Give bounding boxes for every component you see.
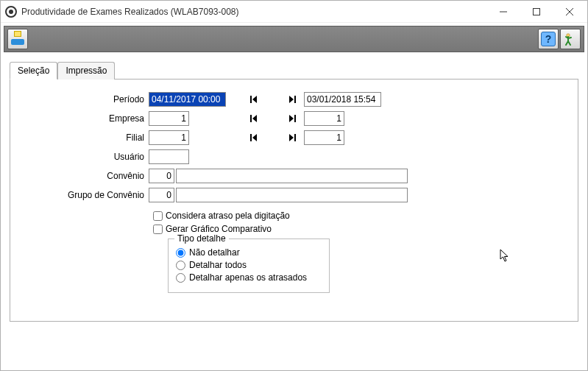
radio-detalhar-todos[interactable]	[176, 261, 185, 270]
filial-from-first-button[interactable]	[248, 132, 260, 144]
label-periodo: Período	[24, 94, 149, 105]
gerar-grafico-label: Gerar Gráfico Comparativo	[166, 224, 272, 234]
maximize-button[interactable]	[520, 1, 553, 22]
radio-detalhar-todos-label: Detalhar todos	[189, 260, 247, 270]
gerar-grafico-checkbox[interactable]	[153, 225, 163, 234]
considera-atraso-label: Considera atraso pela digitação	[166, 211, 290, 221]
tab-impressao[interactable]: Impressão	[57, 62, 115, 80]
filial-to-input[interactable]	[304, 130, 344, 145]
help-button[interactable]: ?	[538, 29, 559, 49]
tab-container: Seleção Impressão Período E	[1, 55, 587, 370]
periodo-to-input[interactable]	[304, 92, 381, 107]
exit-button[interactable]	[560, 29, 581, 49]
convenio-code-input[interactable]	[149, 169, 174, 183]
empresa-from-first-button[interactable]	[248, 113, 260, 124]
label-empresa: Empresa	[24, 113, 149, 124]
empresa-to-input[interactable]	[304, 111, 344, 126]
tab-selecao[interactable]: Seleção	[10, 62, 57, 80]
radio-nao-detalhar-label: Não detalhar	[189, 247, 240, 258]
tipo-detalhe-title: Tipo detalhe	[174, 233, 229, 244]
label-convenio: Convênio	[24, 171, 149, 181]
tipo-detalhe-group: Tipo detalhe Não detalhar Detalhar todos…	[168, 239, 330, 293]
printer-icon	[10, 33, 25, 45]
checkbox-row-grafico: Gerar Gráfico Comparativo	[153, 224, 564, 234]
filial-to-last-button[interactable]	[286, 132, 298, 144]
window-controls	[486, 1, 586, 22]
grupo-convenio-desc-input[interactable]	[176, 188, 408, 202]
considera-atraso-checkbox[interactable]	[153, 211, 163, 221]
grupo-convenio-code-input[interactable]	[149, 188, 174, 202]
app-window: Produtividade de Exames Realizados (WLAB…	[0, 0, 588, 371]
radio-detalhar-atrasados-label: Detalhar apenas os atrasados	[189, 272, 307, 283]
empresa-from-input[interactable]	[149, 111, 189, 126]
label-grupo-convenio: Grupo de Convênio	[24, 190, 149, 200]
close-button[interactable]	[553, 1, 586, 22]
radio-nao-detalhar[interactable]	[176, 248, 185, 258]
tab-strip: Seleção Impressão	[10, 61, 578, 79]
svg-rect-0	[533, 8, 539, 15]
app-icon	[5, 6, 17, 18]
periodo-from-input[interactable]	[149, 92, 226, 107]
empresa-to-last-button[interactable]	[286, 113, 298, 124]
exit-icon	[564, 32, 577, 46]
help-icon: ?	[541, 32, 556, 46]
periodo-to-last-button[interactable]	[286, 93, 298, 105]
label-filial: Filial	[24, 132, 149, 143]
filial-from-input[interactable]	[149, 130, 189, 145]
tab-panel-selecao: Período Empresa	[10, 79, 578, 322]
radio-detalhar-atrasados[interactable]	[176, 273, 185, 283]
label-usuario: Usuário	[24, 152, 149, 162]
checkbox-row-atraso: Considera atraso pela digitação	[153, 211, 564, 221]
minimize-button[interactable]	[486, 1, 520, 22]
periodo-from-first-button[interactable]	[248, 93, 260, 105]
usuario-input[interactable]	[149, 149, 189, 164]
toolbar: ?	[4, 26, 584, 52]
titlebar: Produtividade de Exames Realizados (WLAB…	[1, 1, 587, 23]
print-button[interactable]	[7, 29, 28, 49]
convenio-desc-input[interactable]	[176, 169, 408, 183]
cursor-icon	[500, 249, 511, 266]
window-title: Produtividade de Exames Realizados (WLAB…	[21, 7, 486, 17]
